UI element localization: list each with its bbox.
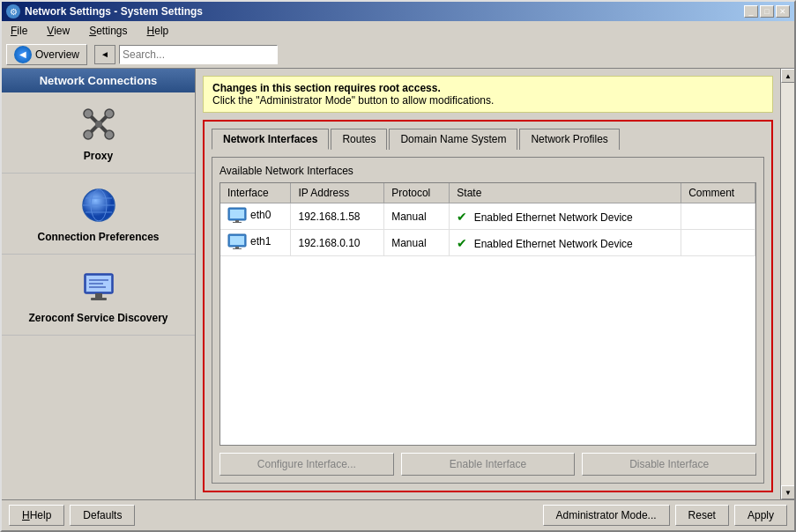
- maximize-button[interactable]: □: [760, 5, 774, 18]
- checkmark-1: ✔: [457, 236, 467, 250]
- proxy-label: Proxy: [84, 150, 113, 162]
- table-row[interactable]: eth1 192.168.0.10 Manual ✔ Enabled Ether…: [220, 230, 755, 256]
- tab-network-interfaces[interactable]: Network Interfaces: [212, 129, 329, 150]
- search-back-button[interactable]: ◄: [94, 45, 115, 64]
- title-bar-left: ⚙ Network Settings - System Settings: [6, 4, 203, 18]
- table-row[interactable]: eth0 192.168.1.58 Manual ✔ Enabled Ether…: [220, 203, 755, 230]
- zeroconf-icon: [78, 265, 120, 307]
- col-ip: IP Address: [291, 183, 384, 203]
- cell-interface-1: eth1: [220, 230, 291, 256]
- svg-point-5: [105, 130, 114, 139]
- menubar: File View Settings Help: [2, 21, 794, 41]
- disable-interface-button[interactable]: Disable Interface: [582, 453, 756, 476]
- svg-point-3: [105, 109, 114, 118]
- col-state: State: [450, 183, 681, 203]
- tab-network-profiles[interactable]: Network Profiles: [519, 129, 619, 150]
- minimize-button[interactable]: _: [744, 5, 758, 18]
- svg-point-6: [95, 121, 102, 128]
- window-icon: ⚙: [6, 4, 20, 18]
- cell-state-1: ✔ Enabled Ethernet Network Device: [450, 230, 681, 256]
- svg-point-2: [84, 109, 93, 118]
- svg-rect-15: [91, 298, 107, 300]
- interfaces-table: Interface IP Address Protocol State Comm…: [220, 183, 755, 256]
- overview-button[interactable]: ◀ Overview: [6, 44, 87, 65]
- connection-preferences-label: Connection Preferences: [37, 231, 159, 243]
- svg-rect-24: [230, 236, 244, 245]
- title-bar: ⚙ Network Settings - System Settings _ □…: [2, 2, 794, 21]
- bottom-left-buttons: HHelp Defaults: [9, 505, 135, 526]
- tab-dns[interactable]: Domain Name System: [389, 129, 517, 150]
- cell-comment-0: [681, 203, 755, 230]
- cell-ip-1: 192.168.0.10: [291, 230, 384, 256]
- table-header: Interface IP Address Protocol State Comm…: [220, 183, 755, 203]
- overview-label: Overview: [35, 48, 79, 61]
- svg-rect-21: [235, 220, 239, 222]
- sidebar-item-zeroconf[interactable]: Zeroconf Service Discovery: [2, 255, 195, 336]
- cell-interface-0: eth0: [220, 203, 291, 230]
- col-interface: Interface: [220, 183, 291, 203]
- sidebar: Network Connections: [2, 69, 196, 499]
- menu-view[interactable]: View: [41, 23, 75, 39]
- info-banner: Changes in this section requires root ac…: [203, 76, 773, 113]
- window-title: Network Settings - System Settings: [25, 5, 203, 18]
- right-panel: Changes in this section requires root ac…: [196, 69, 780, 499]
- tab-content-network-interfaces: Available Network Interfaces Interface I…: [212, 157, 764, 484]
- close-button[interactable]: ✕: [776, 5, 790, 18]
- col-comment: Comment: [681, 183, 755, 203]
- tab-routes[interactable]: Routes: [331, 129, 387, 150]
- menu-settings[interactable]: Settings: [84, 23, 132, 39]
- admin-mode-button[interactable]: Administrator Mode...: [543, 505, 670, 526]
- scroll-down-button[interactable]: ▼: [781, 485, 794, 499]
- eth1-label: eth1: [250, 235, 271, 248]
- svg-rect-20: [230, 210, 244, 218]
- col-protocol: Protocol: [384, 183, 450, 203]
- search-area: ◄: [94, 45, 278, 64]
- info-line1: Changes in this section requires root ac…: [212, 82, 763, 94]
- svg-point-4: [84, 130, 93, 139]
- scroll-track[interactable]: [781, 83, 794, 485]
- info-line2: Click the "Administrator Mode" button to…: [212, 94, 494, 107]
- interface-icon-1: eth1: [227, 233, 271, 249]
- tab-bar: Network Interfaces Routes Domain Name Sy…: [212, 129, 764, 150]
- svg-rect-25: [235, 247, 239, 248]
- defaults-button[interactable]: Defaults: [70, 505, 135, 526]
- right-scrollbar: ▲ ▼: [780, 69, 794, 499]
- interfaces-table-container: Interface IP Address Protocol State Comm…: [219, 182, 756, 446]
- cell-state-0: ✔ Enabled Ethernet Network Device: [450, 203, 681, 230]
- menu-file[interactable]: File: [5, 23, 33, 39]
- sidebar-header: Network Connections: [2, 69, 195, 92]
- proxy-icon: [78, 103, 120, 145]
- interfaces-tbody: eth0 192.168.1.58 Manual ✔ Enabled Ether…: [220, 203, 755, 256]
- cell-ip-0: 192.168.1.58: [291, 203, 384, 230]
- svg-rect-14: [95, 293, 102, 298]
- overview-icon: ◀: [14, 46, 32, 63]
- reset-button[interactable]: Reset: [675, 505, 729, 526]
- sidebar-item-proxy[interactable]: Proxy: [2, 92, 195, 174]
- main-content: Network Connections: [2, 69, 794, 499]
- interface-icon-0: eth0: [227, 207, 271, 223]
- configure-interface-button[interactable]: Configure Interface...: [219, 453, 394, 476]
- scroll-up-button[interactable]: ▲: [781, 69, 794, 83]
- sidebar-item-connection-preferences[interactable]: Connection Preferences: [2, 174, 195, 255]
- cell-protocol-0: Manual: [384, 203, 450, 230]
- apply-button[interactable]: Apply: [734, 505, 787, 526]
- eth0-label: eth0: [250, 209, 271, 221]
- cell-comment-1: [681, 230, 755, 256]
- checkmark-0: ✔: [457, 210, 467, 224]
- search-input[interactable]: [119, 45, 278, 64]
- title-buttons: _ □ ✕: [744, 5, 790, 18]
- zeroconf-label: Zeroconf Service Discovery: [28, 312, 167, 324]
- svg-rect-22: [233, 222, 242, 223]
- toolbar: ◀ Overview ◄: [2, 41, 794, 69]
- cell-protocol-1: Manual: [384, 230, 450, 256]
- bottom-bar: HHelp Defaults Administrator Mode... Res…: [2, 499, 794, 530]
- svg-rect-26: [233, 248, 242, 249]
- section-title: Available Network Interfaces: [219, 165, 756, 177]
- action-buttons: Configure Interface... Enable Interface …: [219, 453, 756, 476]
- menu-help[interactable]: Help: [142, 23, 175, 39]
- connection-preferences-icon: [78, 184, 120, 226]
- help-button[interactable]: HHelp: [9, 505, 64, 526]
- enable-interface-button[interactable]: Enable Interface: [401, 453, 576, 476]
- content-area: Network Interfaces Routes Domain Name Sy…: [203, 120, 773, 492]
- bottom-right-buttons: Administrator Mode... Reset Apply: [543, 505, 787, 526]
